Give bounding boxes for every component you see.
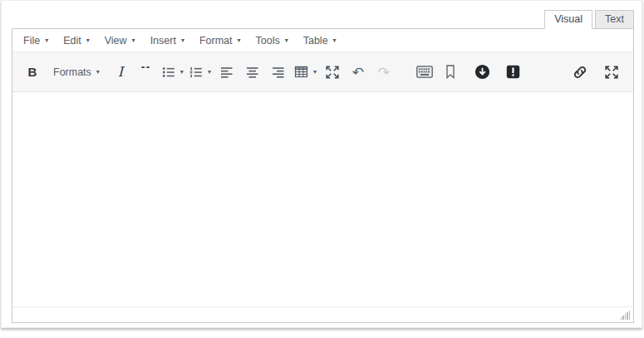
resize-grip[interactable] (621, 311, 631, 320)
menu-file-label: File (23, 35, 40, 47)
fullscreen-button[interactable] (322, 61, 342, 84)
bookmark-button[interactable] (440, 61, 460, 84)
toolbar-right-group (570, 61, 623, 84)
redo-icon: ↷ (378, 64, 390, 81)
menu-table-label: Table (303, 35, 328, 47)
menu-tools[interactable]: Tools ▾ (248, 29, 296, 51)
bookmark-icon (445, 65, 456, 79)
blockquote-icon: “ (140, 66, 152, 78)
exclamation-square-icon (506, 65, 520, 79)
editor-card: Visual Text File ▾ Edit ▾ View ▾ Insert (1, 0, 642, 328)
chevron-down-icon[interactable]: ▾ (208, 69, 211, 76)
expand-arrows-icon (605, 66, 618, 79)
chevron-down-icon: ▾ (333, 37, 337, 44)
italic-icon: I (118, 64, 123, 80)
menu-tools-label: Tools (256, 35, 280, 47)
table-icon (294, 65, 308, 79)
bullet-list-icon (162, 66, 175, 79)
keyboard-shortcuts-button[interactable] (415, 61, 435, 84)
formats-dropdown[interactable]: Formats ▾ (48, 61, 105, 84)
keyboard-icon (416, 66, 433, 78)
blockquote-button[interactable]: “ (136, 61, 156, 84)
bullet-list-button[interactable]: ▾ (162, 61, 184, 84)
align-center-button[interactable] (243, 61, 263, 84)
chevron-down-icon: ▾ (285, 37, 288, 44)
bold-button[interactable]: B (22, 61, 42, 84)
link-button[interactable] (570, 61, 590, 84)
tab-text[interactable]: Text (595, 10, 634, 29)
fullscreen-icon (326, 66, 339, 79)
chevron-down-icon: ▾ (238, 37, 241, 44)
arrow-down-circle-icon (474, 64, 490, 80)
table-button[interactable]: ▾ (294, 61, 317, 84)
menu-format-label: Format (199, 35, 233, 47)
align-left-button[interactable] (217, 61, 237, 84)
formats-label: Formats (53, 66, 91, 78)
chevron-down-icon[interactable]: ▾ (313, 69, 317, 76)
chevron-down-icon: ▾ (45, 37, 48, 44)
menu-view[interactable]: View ▾ (97, 29, 143, 51)
align-center-icon (246, 66, 259, 79)
redo-button[interactable]: ↷ (374, 61, 394, 84)
menu-table[interactable]: Table ▾ (296, 29, 344, 51)
link-icon (573, 65, 587, 80)
menu-bar: File ▾ Edit ▾ View ▾ Insert ▾ Format ▾ (12, 29, 633, 51)
menu-file[interactable]: File ▾ (16, 29, 56, 51)
chevron-down-icon: ▾ (132, 37, 135, 44)
undo-button[interactable]: ↶ (348, 61, 368, 84)
warning-button[interactable] (504, 61, 524, 84)
italic-button[interactable]: I (111, 61, 130, 84)
expand-button[interactable] (602, 61, 622, 84)
toolbar: B Formats ▾ I “ (12, 51, 633, 92)
editor-mode-tabs: Visual Text (544, 10, 634, 29)
undo-icon: ↶ (352, 64, 364, 81)
menu-format[interactable]: Format ▾ (192, 29, 248, 51)
tinymce-editor: File ▾ Edit ▾ View ▾ Insert ▾ Format ▾ (12, 28, 634, 323)
align-left-icon (220, 66, 234, 79)
chevron-down-icon: ▾ (181, 37, 184, 44)
menu-edit-label: Edit (63, 35, 81, 47)
download-button[interactable] (473, 61, 493, 84)
screenshot: Visual Text File ▾ Edit ▾ View ▾ Insert (0, 0, 644, 338)
numbered-list-icon (189, 66, 203, 79)
chevron-down-icon: ▾ (86, 37, 90, 44)
menu-insert-label: Insert (150, 35, 176, 47)
editor-content-area[interactable] (12, 92, 633, 306)
chevron-down-icon: ▾ (96, 69, 100, 76)
menu-insert[interactable]: Insert ▾ (143, 29, 192, 51)
chevron-down-icon[interactable]: ▾ (180, 69, 184, 76)
bold-icon: B (28, 65, 37, 79)
menu-edit[interactable]: Edit ▾ (56, 29, 97, 51)
status-bar (12, 306, 633, 322)
menu-view-label: View (105, 35, 127, 47)
align-right-icon (272, 66, 285, 79)
tab-visual[interactable]: Visual (544, 10, 592, 29)
numbered-list-button[interactable]: ▾ (189, 61, 211, 84)
align-right-button[interactable] (268, 61, 288, 84)
